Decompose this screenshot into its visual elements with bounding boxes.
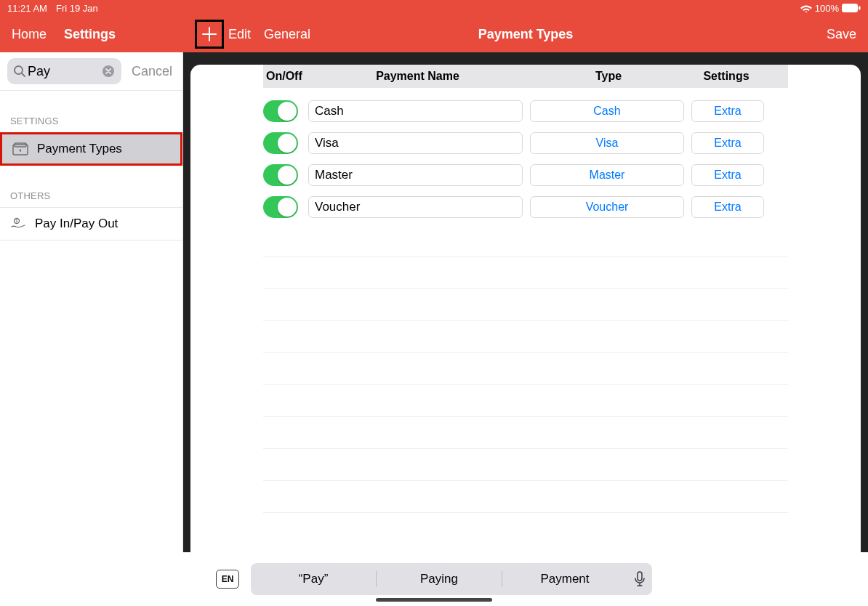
page-title: Payment Types xyxy=(478,27,574,42)
clear-search-button[interactable] xyxy=(101,64,116,78)
svg-point-7 xyxy=(20,150,21,151)
search-field[interactable] xyxy=(7,58,121,84)
sidebar-item-label: Pay In/Pay Out xyxy=(35,217,118,231)
search-icon xyxy=(13,65,26,78)
enable-toggle[interactable] xyxy=(263,132,298,154)
microphone-icon xyxy=(634,571,646,587)
empty-row xyxy=(263,512,788,544)
wallet-icon xyxy=(12,141,28,157)
sidebar-item-label: Payment Types xyxy=(37,142,122,156)
home-indicator[interactable] xyxy=(376,598,492,602)
payment-settings-button[interactable]: Extra xyxy=(691,132,764,154)
general-button[interactable]: General xyxy=(264,27,310,42)
status-bar: 11:21 AM Fri 19 Jan 100% xyxy=(0,0,868,16)
table-row: VisaExtra xyxy=(263,127,788,159)
svg-rect-1 xyxy=(859,7,861,10)
col-header-type: Type xyxy=(529,70,688,83)
sidebar-item-payment-types[interactable]: Payment Types xyxy=(0,132,182,166)
keyboard-suggestion[interactable]: Paying xyxy=(377,572,502,586)
keyboard-suggestion[interactable]: Payment xyxy=(502,572,627,586)
nav-settings[interactable]: Settings xyxy=(64,27,116,42)
cash-hand-icon: $ xyxy=(10,216,26,232)
payment-name-input[interactable] xyxy=(308,196,523,218)
keyboard-suggestion[interactable]: “Pay” xyxy=(251,572,376,586)
payment-settings-button[interactable]: Extra xyxy=(691,196,764,218)
status-date: Fri 19 Jan xyxy=(56,3,98,14)
empty-row xyxy=(263,480,788,512)
table-row: CashExtra xyxy=(263,95,788,127)
status-time: 11:21 AM xyxy=(7,3,47,14)
sidebar: Cancel SETTINGS Payment Types OTHERS $ P… xyxy=(0,52,183,606)
enable-toggle[interactable] xyxy=(263,196,298,218)
save-button[interactable]: Save xyxy=(827,27,856,42)
svg-text:$: $ xyxy=(16,219,18,223)
enable-toggle[interactable] xyxy=(263,164,298,186)
wifi-icon xyxy=(800,4,812,12)
keyboard-language-button[interactable]: EN xyxy=(216,570,239,589)
content-panel: On/Off Payment Name Type Settings CashEx… xyxy=(190,65,861,606)
table-row: VoucherExtra xyxy=(263,191,788,223)
table-row: MasterExtra xyxy=(263,159,788,191)
empty-row xyxy=(263,288,788,320)
svg-rect-0 xyxy=(842,4,858,12)
empty-row xyxy=(263,416,788,448)
battery-icon xyxy=(842,4,861,12)
battery-percent: 100% xyxy=(815,3,839,14)
payment-type-button[interactable]: Voucher xyxy=(530,196,684,218)
svg-line-3 xyxy=(22,73,25,76)
dictation-button[interactable] xyxy=(627,571,652,587)
clear-icon xyxy=(102,65,115,78)
payment-name-input[interactable] xyxy=(308,132,523,154)
nav-home[interactable]: Home xyxy=(12,27,47,42)
search-input[interactable] xyxy=(28,64,101,79)
payment-name-input[interactable] xyxy=(308,164,523,186)
empty-row xyxy=(263,320,788,352)
cancel-search-button[interactable]: Cancel xyxy=(132,64,172,79)
payment-type-button[interactable]: Cash xyxy=(530,100,684,122)
payment-settings-button[interactable]: Extra xyxy=(691,164,764,186)
payment-type-button[interactable]: Visa xyxy=(530,132,684,154)
col-header-name: Payment Name xyxy=(307,70,529,83)
col-header-settings: Settings xyxy=(688,70,764,83)
payment-name-input[interactable] xyxy=(308,100,523,122)
payment-settings-button[interactable]: Extra xyxy=(691,100,764,122)
payment-type-button[interactable]: Master xyxy=(530,164,684,186)
plus-icon xyxy=(201,25,218,43)
table-header: On/Off Payment Name Type Settings xyxy=(263,65,788,88)
enable-toggle[interactable] xyxy=(263,100,298,122)
add-button[interactable] xyxy=(195,20,224,49)
sidebar-section-settings: SETTINGS xyxy=(0,91,182,132)
sidebar-section-others: OTHERS xyxy=(0,166,182,207)
sidebar-item-payinout[interactable]: $ Pay In/Pay Out xyxy=(0,207,182,241)
edit-button[interactable]: Edit xyxy=(228,27,251,42)
empty-row xyxy=(263,256,788,288)
empty-row xyxy=(263,352,788,384)
keyboard-suggestion-bar: EN “Pay” Paying Payment xyxy=(0,552,868,606)
empty-row xyxy=(263,448,788,480)
svg-rect-10 xyxy=(638,572,642,581)
col-header-onoff: On/Off xyxy=(263,70,307,83)
empty-row xyxy=(263,384,788,416)
